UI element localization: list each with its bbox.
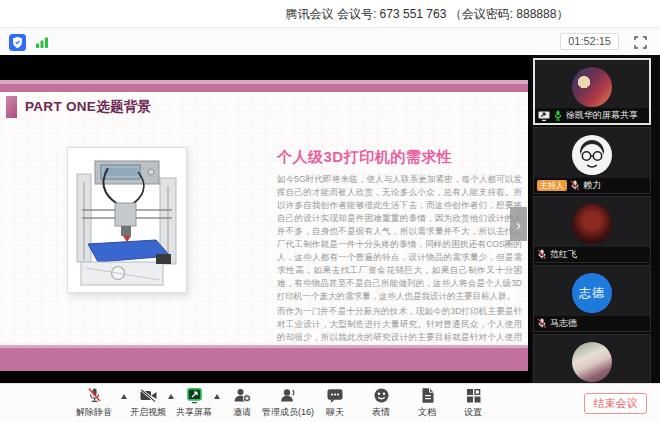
chat-bubble-icon — [326, 387, 344, 404]
apps-grid-icon — [465, 387, 482, 404]
chat-label: 聊天 — [326, 406, 344, 419]
fullscreen-icon[interactable] — [634, 35, 647, 53]
slide-next-arrow: › — [510, 207, 527, 241]
mic-muted-icon — [537, 249, 547, 260]
participant-label: 徐凯华的屏幕共享 — [535, 108, 649, 123]
settings-label: 设置 — [464, 406, 482, 419]
mic-on-icon — [553, 110, 563, 121]
invite-person-icon — [233, 387, 251, 404]
slide-body-text: 如今5G时代即将来临，使人与人联系更加紧密，每个人都可以发挥自己的才能而被人欣赏… — [277, 173, 522, 357]
unmute-label: 解除静音 — [76, 406, 112, 419]
share-screen-label: 共享屏幕 — [176, 406, 212, 419]
mic-muted-icon — [537, 318, 547, 329]
section-accent-block — [6, 96, 17, 118]
participant-label: 范红飞 — [534, 247, 650, 262]
participant-name: 马志德 — [550, 317, 577, 330]
avatar — [572, 67, 612, 107]
meeting-toolbar: 解除静音 开启视频 共享屏幕 邀请 管理成员(16 — [0, 383, 660, 422]
host-badge: 主持人 — [537, 180, 567, 191]
slide-content-title: 个人级3D打印机的需求性 — [277, 148, 452, 167]
participant-label: 主持人 赖力 — [534, 178, 650, 193]
meeting-timer: 01:52:15 — [560, 33, 619, 50]
mic-muted-icon — [86, 387, 103, 404]
network-signal-icon[interactable] — [35, 35, 49, 53]
participant-tile[interactable] — [533, 334, 651, 383]
invite-label: 邀请 — [233, 406, 251, 419]
unmute-button[interactable]: 解除静音 — [66, 387, 122, 419]
slide-bottom-pink-bar — [0, 345, 528, 371]
document-icon — [420, 387, 435, 404]
avatar — [572, 135, 612, 175]
participant-label: 马志德 — [534, 316, 650, 331]
tencent-meeting-window: 腾讯会议 会议号: 673 551 763 （会议密码: 888888） 01:… — [0, 0, 660, 422]
meeting-statusbar: 01:52:15 — [0, 27, 660, 55]
window-titlebar: 腾讯会议 会议号: 673 551 763 （会议密码: 888888） — [0, 0, 660, 27]
docs-label: 文档 — [418, 406, 436, 419]
end-meeting-button[interactable]: 结束会议 — [584, 393, 647, 414]
printer-image — [67, 147, 187, 293]
participant-tile-host[interactable]: 主持人 赖力 — [533, 127, 651, 194]
participant-name: 赖力 — [583, 179, 601, 192]
avatar-initials: 志德 — [579, 285, 605, 302]
participant-name: 徐凯华的屏幕共享 — [566, 109, 638, 122]
camera-off-icon — [139, 387, 158, 404]
emoji-label: 表情 — [372, 406, 390, 419]
mic-muted-icon — [570, 180, 580, 191]
participant-tile[interactable]: 志德 马志德 — [533, 265, 651, 332]
participant-tile[interactable]: 范红飞 — [533, 196, 651, 263]
start-video-label: 开启视频 — [130, 406, 166, 419]
security-shield-icon[interactable] — [9, 34, 26, 55]
share-screen-icon — [185, 387, 204, 404]
avatar: 志德 — [572, 273, 612, 313]
shared-slide: PART ONE选题背景 — [0, 80, 528, 371]
avatar — [572, 342, 612, 382]
slide-section-title: PART ONE选题背景 — [25, 98, 151, 116]
settings-button[interactable]: 设置 — [445, 387, 501, 419]
avatar — [572, 204, 612, 244]
meeting-id-title: 腾讯会议 会议号: 673 551 763 （会议密码: 888888） — [286, 5, 569, 22]
slide-top-pink-bar — [0, 80, 528, 92]
participants-panel: 徐凯华的屏幕共享 主持人 赖力 范红飞 — [530, 55, 660, 383]
participant-tile-screen-share[interactable]: 徐凯华的屏幕共享 — [533, 58, 651, 125]
slide-paragraph-1: 如今5G时代即将来临，使人与人联系更加紧密，每个人都可以发挥自己的才能而被人欣赏… — [277, 173, 522, 303]
screen-share-icon — [538, 111, 550, 121]
member-speaking-icon — [279, 387, 297, 404]
screen-share-stage: PART ONE选题背景 — [0, 55, 660, 383]
smiley-icon — [373, 387, 390, 404]
participant-name: 范红飞 — [550, 248, 577, 261]
